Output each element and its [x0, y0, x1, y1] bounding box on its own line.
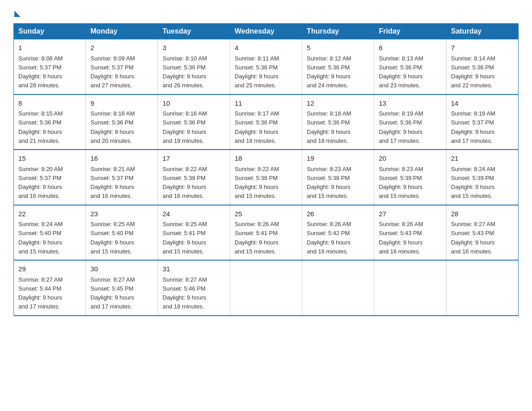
logo: [13, 9, 21, 15]
day-number: 29: [18, 264, 81, 274]
day-number: 4: [235, 43, 297, 53]
calendar-cell: 1 Sunrise: 8:08 AMSunset: 5:37 PMDayligh…: [14, 39, 86, 94]
day-info: Sunrise: 8:19 AMSunset: 5:36 PMDaylight:…: [379, 110, 423, 144]
calendar-cell: 20 Sunrise: 8:23 AMSunset: 5:39 PMDaylig…: [374, 150, 446, 205]
day-info: Sunrise: 8:11 AMSunset: 5:36 PMDaylight:…: [235, 55, 279, 89]
calendar-cell: 25 Sunrise: 8:26 AMSunset: 5:41 PMDaylig…: [230, 205, 302, 261]
day-number: 20: [379, 154, 442, 164]
day-info: Sunrise: 8:22 AMSunset: 5:38 PMDaylight:…: [163, 166, 207, 200]
day-info: Sunrise: 8:18 AMSunset: 5:36 PMDaylight:…: [307, 110, 351, 144]
calendar-cell: 13 Sunrise: 8:19 AMSunset: 5:36 PMDaylig…: [374, 94, 446, 150]
day-info: Sunrise: 8:16 AMSunset: 5:36 PMDaylight:…: [90, 110, 135, 144]
day-info: Sunrise: 8:16 AMSunset: 5:36 PMDaylight:…: [163, 110, 207, 144]
calendar-cell: 17 Sunrise: 8:22 AMSunset: 5:38 PMDaylig…: [158, 150, 230, 205]
calendar-cell: 9 Sunrise: 8:16 AMSunset: 5:36 PMDayligh…: [86, 94, 158, 150]
week-row-1: 1 Sunrise: 8:08 AMSunset: 5:37 PMDayligh…: [14, 39, 519, 94]
calendar-cell: 30 Sunrise: 8:27 AMSunset: 5:45 PMDaylig…: [86, 260, 158, 316]
calendar-cell: 22 Sunrise: 8:24 AMSunset: 5:40 PMDaylig…: [14, 205, 86, 261]
day-info: Sunrise: 8:23 AMSunset: 5:39 PMDaylight:…: [379, 166, 423, 200]
day-info: Sunrise: 8:20 AMSunset: 5:37 PMDaylight:…: [18, 166, 63, 200]
day-info: Sunrise: 8:27 AMSunset: 5:43 PMDaylight:…: [451, 221, 495, 255]
day-number: 2: [90, 43, 153, 53]
day-info: Sunrise: 8:26 AMSunset: 5:43 PMDaylight:…: [379, 221, 423, 255]
day-number: 24: [163, 209, 225, 219]
week-row-5: 29 Sunrise: 8:27 AMSunset: 5:44 PMDaylig…: [14, 260, 519, 316]
day-number: 23: [90, 209, 153, 219]
calendar-cell: 11 Sunrise: 8:17 AMSunset: 5:36 PMDaylig…: [230, 94, 302, 150]
header-day-friday: Friday: [374, 24, 446, 39]
header-row: SundayMondayTuesdayWednesdayThursdayFrid…: [14, 24, 519, 39]
day-info: Sunrise: 8:26 AMSunset: 5:41 PMDaylight:…: [235, 221, 279, 255]
calendar-cell: 27 Sunrise: 8:26 AMSunset: 5:43 PMDaylig…: [374, 205, 446, 261]
day-number: 31: [163, 264, 225, 274]
day-number: 6: [379, 43, 442, 53]
calendar-cell: [446, 260, 519, 316]
header-day-tuesday: Tuesday: [158, 24, 230, 39]
day-number: 18: [235, 154, 297, 164]
day-info: Sunrise: 8:17 AMSunset: 5:36 PMDaylight:…: [235, 110, 279, 144]
header-day-thursday: Thursday: [302, 24, 374, 39]
header-day-wednesday: Wednesday: [230, 24, 302, 39]
day-number: 10: [163, 98, 225, 109]
day-number: 14: [451, 98, 514, 109]
calendar-cell: 4 Sunrise: 8:11 AMSunset: 5:36 PMDayligh…: [230, 39, 302, 94]
header-day-saturday: Saturday: [446, 24, 519, 39]
day-info: Sunrise: 8:19 AMSunset: 5:37 PMDaylight:…: [451, 110, 495, 144]
day-number: 1: [18, 43, 81, 53]
day-number: 17: [163, 154, 225, 164]
day-info: Sunrise: 8:25 AMSunset: 5:40 PMDaylight:…: [90, 221, 135, 255]
day-number: 21: [451, 154, 514, 164]
day-number: 3: [163, 43, 225, 53]
calendar-body: 1 Sunrise: 8:08 AMSunset: 5:37 PMDayligh…: [14, 39, 519, 316]
day-number: 8: [18, 98, 81, 109]
calendar-cell: 26 Sunrise: 8:26 AMSunset: 5:42 PMDaylig…: [302, 205, 374, 261]
calendar-cell: [230, 260, 302, 316]
day-info: Sunrise: 8:25 AMSunset: 5:41 PMDaylight:…: [163, 221, 207, 255]
day-number: 22: [18, 209, 81, 219]
calendar-cell: 23 Sunrise: 8:25 AMSunset: 5:40 PMDaylig…: [86, 205, 158, 261]
day-number: 9: [90, 98, 153, 109]
day-number: 13: [379, 98, 442, 109]
calendar-cell: 8 Sunrise: 8:15 AMSunset: 5:36 PMDayligh…: [14, 94, 86, 150]
day-number: 11: [235, 98, 297, 109]
day-info: Sunrise: 8:27 AMSunset: 5:45 PMDaylight:…: [90, 276, 135, 310]
calendar-cell: 24 Sunrise: 8:25 AMSunset: 5:41 PMDaylig…: [158, 205, 230, 261]
calendar-cell: 28 Sunrise: 8:27 AMSunset: 5:43 PMDaylig…: [446, 205, 519, 261]
calendar-table: SundayMondayTuesdayWednesdayThursdayFrid…: [13, 23, 519, 316]
day-number: 28: [451, 209, 514, 219]
calendar-cell: 15 Sunrise: 8:20 AMSunset: 5:37 PMDaylig…: [14, 150, 86, 205]
day-number: 7: [451, 43, 514, 53]
day-info: Sunrise: 8:23 AMSunset: 5:38 PMDaylight:…: [307, 166, 351, 200]
calendar-header: SundayMondayTuesdayWednesdayThursdayFrid…: [14, 24, 519, 39]
week-row-4: 22 Sunrise: 8:24 AMSunset: 5:40 PMDaylig…: [14, 205, 519, 261]
day-info: Sunrise: 8:22 AMSunset: 5:38 PMDaylight:…: [235, 166, 279, 200]
day-number: 30: [90, 264, 153, 274]
calendar-cell: 5 Sunrise: 8:12 AMSunset: 5:36 PMDayligh…: [302, 39, 374, 94]
day-number: 15: [18, 154, 81, 164]
day-info: Sunrise: 8:15 AMSunset: 5:36 PMDaylight:…: [18, 110, 63, 144]
calendar-cell: 7 Sunrise: 8:14 AMSunset: 5:36 PMDayligh…: [446, 39, 519, 94]
calendar-cell: 31 Sunrise: 8:27 AMSunset: 5:46 PMDaylig…: [158, 260, 230, 316]
day-info: Sunrise: 8:10 AMSunset: 5:36 PMDaylight:…: [163, 55, 207, 89]
calendar-cell: 3 Sunrise: 8:10 AMSunset: 5:36 PMDayligh…: [158, 39, 230, 94]
calendar-cell: 29 Sunrise: 8:27 AMSunset: 5:44 PMDaylig…: [14, 260, 86, 316]
calendar-cell: [302, 260, 374, 316]
day-info: Sunrise: 8:14 AMSunset: 5:36 PMDaylight:…: [451, 55, 495, 89]
header: [13, 9, 519, 15]
header-day-sunday: Sunday: [14, 24, 86, 39]
day-number: 16: [90, 154, 153, 164]
day-number: 12: [307, 98, 369, 109]
day-number: 26: [307, 209, 369, 219]
calendar-cell: 18 Sunrise: 8:22 AMSunset: 5:38 PMDaylig…: [230, 150, 302, 205]
day-info: Sunrise: 8:27 AMSunset: 5:44 PMDaylight:…: [18, 276, 63, 310]
logo-triangle-icon: [14, 11, 21, 17]
calendar-cell: [374, 260, 446, 316]
header-day-monday: Monday: [86, 24, 158, 39]
day-info: Sunrise: 8:27 AMSunset: 5:46 PMDaylight:…: [163, 276, 207, 310]
week-row-3: 15 Sunrise: 8:20 AMSunset: 5:37 PMDaylig…: [14, 150, 519, 205]
day-number: 27: [379, 209, 442, 219]
day-info: Sunrise: 8:08 AMSunset: 5:37 PMDaylight:…: [18, 55, 63, 89]
calendar-cell: 14 Sunrise: 8:19 AMSunset: 5:37 PMDaylig…: [446, 94, 519, 150]
day-info: Sunrise: 8:12 AMSunset: 5:36 PMDaylight:…: [307, 55, 351, 89]
day-info: Sunrise: 8:24 AMSunset: 5:40 PMDaylight:…: [18, 221, 63, 255]
